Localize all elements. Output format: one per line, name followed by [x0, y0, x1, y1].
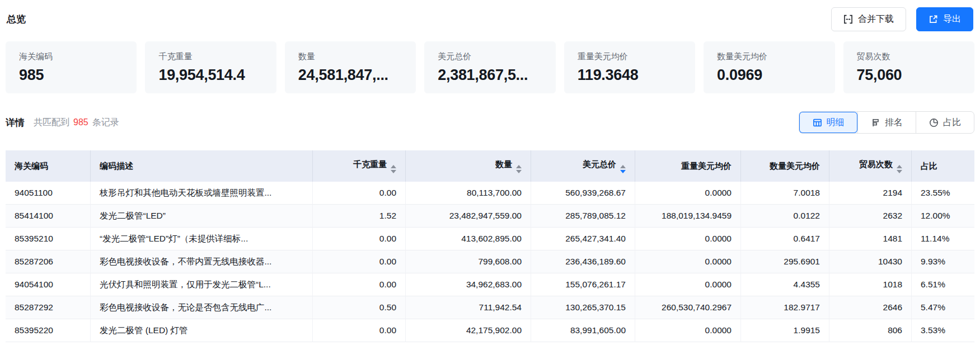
column-header-label: 数量美元均价: [770, 161, 820, 171]
sort-icon[interactable]: [516, 165, 522, 173]
cell-重量美元均价: 188,019,134.9459: [635, 205, 741, 228]
cell-占比: 9.93%: [912, 250, 974, 273]
cell-数量: 799,608.00: [406, 250, 531, 273]
table-icon: [813, 118, 822, 127]
details-bar: 详情 共匹配到 985 条记录 明细排名占比: [0, 111, 980, 134]
table-body: 94051100枝形吊灯和其他电动天花板或墙壁照明装置...0.0080,113…: [6, 182, 974, 342]
stat-card: 贸易次数75,060: [843, 41, 974, 93]
stat-card: 海关编码985: [6, 41, 137, 93]
stat-label: 千克重量: [158, 51, 262, 61]
sort-icon[interactable]: [620, 165, 626, 173]
match-suffix: 条记录: [92, 117, 119, 129]
cell-美元总价: 83,991,605.00: [531, 319, 635, 342]
cell-数量美元均价: 295.6901: [741, 250, 829, 273]
column-header-数量[interactable]: 数量: [406, 150, 531, 182]
cell-编码描述: “发光二极管“LED”灯”（未提供详细标...: [91, 228, 313, 250]
column-header-label: 海关编码: [15, 161, 48, 171]
view-tab-明细[interactable]: 明细: [799, 112, 857, 133]
pie-icon: [929, 118, 939, 127]
export-button[interactable]: 导出: [916, 7, 973, 31]
column-header-label: 占比: [921, 161, 937, 171]
cell-千克重量: 0.00: [313, 182, 406, 205]
stat-label: 重量美元均价: [578, 51, 682, 61]
sort-icon[interactable]: [391, 165, 396, 173]
cell-编码描述: 光伏灯具和照明装置，仅用于发光二极管“L...: [91, 273, 313, 296]
view-tab-排名[interactable]: 排名: [857, 112, 916, 133]
cell-千克重量: 0.00: [313, 250, 406, 273]
cell-数量: 80,113,700.00: [406, 182, 531, 205]
details-table: 海关编码编码描述千克重量数量美元总价重量美元均价数量美元均价贸易次数占比 940…: [6, 150, 974, 342]
column-header-千克重量[interactable]: 千克重量: [313, 150, 406, 182]
column-header-重量美元均价: 重量美元均价: [635, 150, 741, 182]
cell-占比: 23.55%: [912, 182, 974, 205]
page-title: 总览: [7, 13, 26, 26]
cell-占比: 11.14%: [912, 228, 974, 250]
cell-海关编码: 94051100: [6, 182, 91, 205]
stat-value: 119.3648: [578, 67, 682, 84]
stat-label: 数量: [298, 51, 402, 61]
stat-value: 19,954,514.4: [158, 67, 262, 84]
details-title: 详情: [6, 116, 25, 129]
table-row: 94054100光伏灯具和照明装置，仅用于发光二极管“L...0.0034,96…: [6, 273, 974, 296]
stat-label: 海关编码: [19, 51, 123, 61]
cell-数量美元均价: 1.9915: [741, 319, 829, 342]
view-tab-label: 占比: [943, 117, 961, 129]
table-row: 85395210“发光二极管“LED”灯”（未提供详细标...0.00413,6…: [6, 228, 974, 250]
cell-海关编码: 85287292: [6, 296, 91, 319]
cell-重量美元均价: 0.0000: [635, 273, 741, 296]
sort-icon[interactable]: [897, 165, 902, 173]
cell-美元总价: 155,076,261.17: [531, 273, 635, 296]
cell-占比: 5.47%: [912, 296, 974, 319]
stat-card: 千克重量19,954,514.4: [145, 41, 276, 93]
column-header-label: 重量美元均价: [681, 161, 732, 171]
column-header-label: 贸易次数: [859, 159, 893, 169]
stats-row: 海关编码985千克重量19,954,514.4数量24,581,847,...美…: [0, 41, 980, 93]
cell-千克重量: 0.00: [313, 319, 406, 342]
stat-value: 985: [19, 67, 123, 84]
cell-重量美元均价: 260,530,740.2967: [635, 296, 741, 319]
stat-value: 2,381,867,5...: [438, 67, 542, 84]
merge-download-button[interactable]: 合并下载: [831, 7, 906, 31]
stat-card: 数量24,581,847,...: [285, 41, 416, 93]
export-label: 导出: [943, 13, 961, 25]
table-row: 85287292彩色电视接收设备，无论是否包含无线电广...0.50711,94…: [6, 296, 974, 319]
view-tab-label: 明细: [827, 117, 845, 129]
cell-美元总价: 265,427,341.40: [531, 228, 635, 250]
stat-label: 数量美元均价: [717, 51, 821, 61]
column-header-label: 数量: [495, 159, 512, 169]
cell-数量美元均价: 4.4355: [741, 273, 829, 296]
cell-数量: 42,175,902.00: [406, 319, 531, 342]
cell-贸易次数: 1018: [829, 273, 912, 296]
stat-value: 24,581,847,...: [298, 67, 402, 84]
column-header-label: 千克重量: [353, 159, 387, 169]
cell-贸易次数: 1481: [829, 228, 912, 250]
cell-占比: 3.53%: [912, 319, 974, 342]
cell-美元总价: 130,265,370.15: [531, 296, 635, 319]
cell-海关编码: 85287206: [6, 250, 91, 273]
column-header-海关编码: 海关编码: [6, 150, 91, 182]
cell-美元总价: 285,789,085.12: [531, 205, 635, 228]
column-header-贸易次数[interactable]: 贸易次数: [829, 150, 912, 182]
table-row: 85287206彩色电视接收设备，不带内置无线电接收器...0.00799,60…: [6, 250, 974, 273]
cell-重量美元均价: 0.0000: [635, 319, 741, 342]
merge-icon: [843, 15, 853, 24]
topbar: 总览 合并下载 导出: [0, 0, 980, 37]
match-count: 985: [73, 117, 88, 127]
cell-贸易次数: 806: [829, 319, 912, 342]
view-tabs: 明细排名占比: [799, 111, 974, 134]
match-prefix: 共匹配到: [34, 117, 69, 129]
stat-label: 贸易次数: [857, 51, 961, 61]
cell-数量: 413,602,895.00: [406, 228, 531, 250]
stat-card: 数量美元均价0.0969: [704, 41, 834, 93]
cell-编码描述: 彩色电视接收设备，不带内置无线电接收器...: [91, 250, 313, 273]
cell-贸易次数: 2194: [829, 182, 912, 205]
topbar-actions: 合并下载 导出: [831, 7, 973, 31]
view-tab-占比[interactable]: 占比: [916, 112, 974, 133]
cell-千克重量: 1.52: [313, 205, 406, 228]
export-icon: [929, 15, 938, 24]
cell-数量: 34,962,683.00: [406, 273, 531, 296]
view-tab-label: 排名: [885, 117, 903, 129]
cell-千克重量: 0.50: [313, 296, 406, 319]
cell-数量: 711,942.54: [406, 296, 531, 319]
column-header-美元总价[interactable]: 美元总价: [531, 150, 635, 182]
